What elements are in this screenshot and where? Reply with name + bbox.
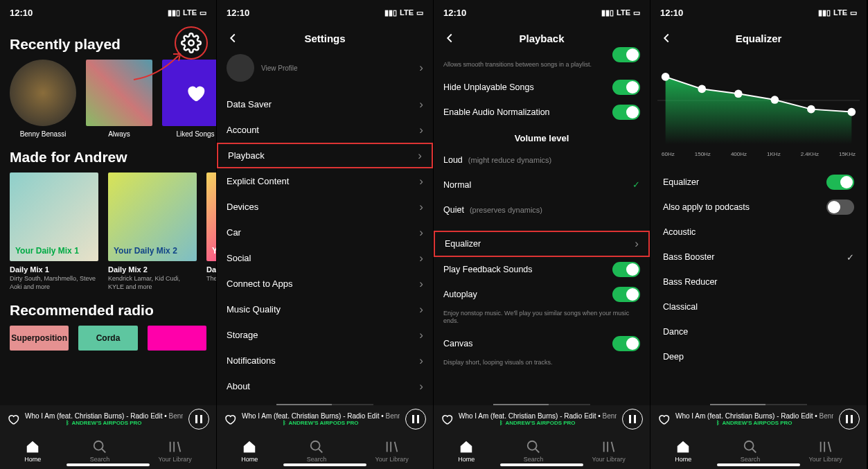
volume-option-loud[interactable]: Loud(might reduce dynamics) [434, 148, 650, 172]
settings-item-explicit[interactable]: Explicit Content› [217, 168, 433, 194]
preset-bass-booster[interactable]: Bass Booster✓ [650, 245, 867, 269]
autoplay-toggle[interactable] [612, 287, 640, 302]
equalizer-toggle[interactable] [826, 175, 854, 190]
settings-item-data-saver[interactable]: Data Saver› [217, 91, 433, 117]
library-icon [601, 439, 617, 454]
tab-library[interactable]: Your Library [592, 439, 626, 463]
clock: 12:10 [660, 8, 683, 18]
settings-item-music-quality[interactable]: Music Quality› [217, 297, 433, 322]
home-indicator[interactable] [67, 463, 150, 466]
preset-acoustic[interactable]: Acoustic [650, 220, 867, 245]
canvas-toggle[interactable] [612, 336, 640, 351]
heart-icon[interactable] [441, 413, 453, 425]
frequency-labels: 60Hz 150Hz 400Hz 1KHz 2.4KHz 15KHz [650, 147, 867, 170]
chevron-right-icon: › [419, 98, 423, 112]
equalizer-graph[interactable] [657, 55, 860, 145]
chevron-right-icon: › [419, 175, 423, 188]
settings-item-playback[interactable]: Playback› [217, 143, 433, 168]
page-title: Equalizer [736, 33, 782, 44]
tab-search[interactable]: Search [307, 439, 327, 463]
library-icon [384, 439, 400, 454]
radio-row[interactable]: Superposition Corda [0, 326, 216, 351]
now-playing-bar[interactable]: Who I Am (feat. Christian Burns) - Radio… [0, 405, 216, 433]
page-title: Playback [519, 33, 564, 44]
home-icon [675, 439, 691, 454]
tab-search[interactable]: Search [741, 439, 761, 463]
made-for-row[interactable]: Your Daily Mix 1Daily Mix 1Dirty South, … [0, 172, 216, 291]
podcasts-toggle[interactable] [826, 200, 854, 215]
preset-bass-reducer[interactable]: Bass Reducer [650, 269, 867, 294]
back-icon[interactable] [225, 30, 240, 46]
search-icon [743, 439, 758, 454]
search-icon [92, 439, 107, 454]
chevron-right-icon: › [419, 354, 423, 368]
svg-line-35 [828, 442, 831, 452]
recent-item[interactable]: Benny Benassi [10, 60, 76, 138]
tab-library[interactable]: Your Library [159, 439, 192, 463]
home-indicator[interactable] [717, 463, 800, 466]
tab-library[interactable]: Your Library [809, 439, 842, 463]
preset-deep[interactable]: Deep [650, 344, 867, 369]
feedback-toggle[interactable] [612, 262, 640, 277]
now-playing-bar[interactable]: Who I Am (feat. Christian Burns) - Radio… [434, 405, 650, 433]
autoplay-desc: Enjoy nonstop music. We'll play you simi… [434, 307, 650, 331]
back-icon[interactable] [659, 30, 674, 46]
now-playing-bar[interactable]: Who I Am (feat. Christian Burns) - Radio… [650, 405, 867, 433]
radio-tile[interactable]: Corda [78, 326, 137, 351]
tab-search[interactable]: Search [524, 439, 544, 463]
settings-item-connect[interactable]: Connect to Apps› [217, 271, 433, 297]
tab-search[interactable]: Search [90, 439, 110, 463]
profile-row[interactable]: View Profile › [217, 51, 433, 91]
hide-unplayable-toggle[interactable] [612, 80, 640, 95]
settings-item-account[interactable]: Account› [217, 117, 433, 143]
preset-classical[interactable]: Classical [650, 294, 867, 319]
settings-item-notifications[interactable]: Notifications› [217, 348, 433, 373]
status-bar: 12:10 ▮▮▯LTE▭ [650, 0, 867, 25]
bluetooth-icon: ᛒ [66, 420, 69, 426]
status-bar: 12:10 ▮▮▯LTE▭ [434, 0, 650, 25]
svg-line-4 [102, 449, 106, 453]
volume-option-normal[interactable]: Normal✓ [434, 172, 650, 197]
heart-icon[interactable] [657, 413, 670, 425]
volume-option-quiet[interactable]: Quiet(preserves dynamics) [434, 197, 650, 222]
home-indicator[interactable] [283, 463, 366, 466]
radio-tile[interactable]: Superposition [10, 326, 69, 351]
tab-home[interactable]: Home [241, 439, 258, 463]
bluetooth-icon: ᛒ [499, 420, 503, 426]
settings-item-car[interactable]: Car› [217, 220, 433, 245]
settings-item-about[interactable]: About› [217, 373, 433, 399]
chevron-right-icon: › [419, 328, 423, 342]
clock: 12:10 [10, 8, 33, 18]
tab-home[interactable]: Home [458, 439, 475, 463]
normalize-toggle[interactable] [612, 105, 640, 120]
daily-mix[interactable]: Y DDailyThe S [206, 172, 216, 291]
pause-button[interactable] [405, 409, 426, 430]
daily-mix[interactable]: Your Daily Mix 2Daily Mix 2Kendrick Lama… [108, 172, 197, 291]
heart-icon[interactable] [7, 413, 19, 425]
back-icon[interactable] [442, 30, 457, 46]
preset-dance[interactable]: Dance [650, 319, 867, 344]
equalizer-nav[interactable]: Equalizer› [434, 231, 650, 257]
pause-button[interactable] [839, 409, 860, 430]
gapless-toggle[interactable] [612, 47, 640, 62]
home-indicator[interactable] [500, 463, 583, 466]
home-icon [242, 439, 257, 454]
chevron-right-icon: › [419, 303, 423, 317]
pause-button[interactable] [622, 409, 643, 430]
settings-item-storage[interactable]: Storage› [217, 322, 433, 348]
svg-rect-1 [195, 415, 197, 423]
library-icon [818, 439, 833, 454]
radio-tile[interactable] [148, 326, 206, 351]
svg-point-31 [745, 441, 754, 450]
home-icon [25, 439, 40, 454]
tab-library[interactable]: Your Library [375, 439, 409, 463]
pause-button[interactable] [188, 409, 209, 430]
tab-home[interactable]: Home [675, 439, 691, 463]
status-icons: ▮▮▯LTE▭ [384, 8, 423, 17]
settings-item-devices[interactable]: Devices› [217, 194, 433, 220]
heart-icon[interactable] [224, 413, 236, 425]
settings-item-social[interactable]: Social› [217, 245, 433, 271]
tab-home[interactable]: Home [24, 439, 41, 463]
daily-mix[interactable]: Your Daily Mix 1Daily Mix 1Dirty South, … [10, 172, 98, 291]
now-playing-bar[interactable]: Who I Am (feat. Christian Burns) - Radio… [217, 405, 433, 433]
